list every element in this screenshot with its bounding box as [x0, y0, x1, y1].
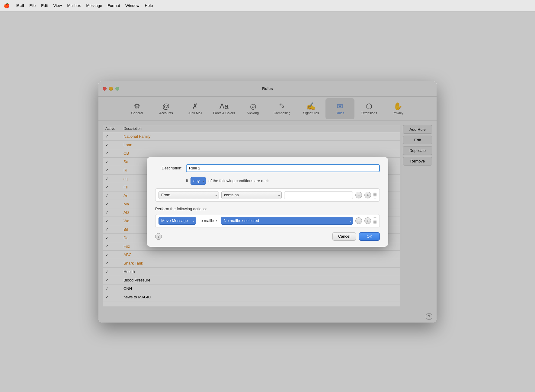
description-label: Description:	[155, 166, 182, 170]
desktop: Rules ⚙ General @ Accounts ✗ Junk Mail A…	[0, 11, 535, 392]
menubar: 🍎 Mail File Edit View Mailbox Message Fo…	[0, 0, 535, 11]
mailbox-select-wrapper: No mailbox selected	[221, 217, 353, 225]
from-select[interactable]: From To Subject Date	[159, 191, 219, 199]
condition-row: From To Subject Date contains does not c…	[155, 188, 380, 202]
ok-button[interactable]: OK	[359, 232, 380, 241]
action-row: Move Message Copy Message Delete Message…	[155, 214, 380, 227]
remove-action-button[interactable]: −	[355, 217, 362, 224]
cancel-button[interactable]: Cancel	[332, 232, 356, 241]
remove-condition-button[interactable]: −	[355, 192, 362, 198]
app-name[interactable]: Mail	[16, 3, 24, 8]
menu-message[interactable]: Message	[86, 3, 102, 8]
from-select-wrapper: From To Subject Date	[159, 191, 219, 199]
modal-help-button[interactable]: ?	[155, 233, 162, 240]
apple-menu[interactable]: 🍎	[4, 3, 10, 8]
contains-select[interactable]: contains does not contain begins with en…	[221, 191, 282, 199]
menu-mailbox[interactable]: Mailbox	[67, 3, 81, 8]
any-condition-wrapper: any all	[191, 177, 206, 185]
mailbox-select[interactable]: No mailbox selected	[221, 217, 353, 225]
any-select[interactable]: any all	[191, 177, 206, 185]
move-message-wrapper: Move Message Copy Message Delete Message…	[159, 217, 196, 225]
condition-suffix-label: of the following conditions are met:	[208, 178, 269, 183]
menu-file[interactable]: File	[29, 3, 36, 8]
add-condition-button[interactable]: +	[364, 192, 371, 198]
condition-value-input[interactable]	[284, 191, 353, 199]
actions-section-label: Perform the following actions:	[155, 207, 380, 211]
add-action-button[interactable]: +	[364, 217, 371, 224]
menu-window[interactable]: Window	[125, 3, 139, 8]
modal-footer: ? Cancel OK	[155, 232, 380, 241]
footer-left: ?	[155, 233, 162, 240]
description-input[interactable]	[186, 164, 380, 172]
footer-right: Cancel OK	[332, 232, 380, 241]
condition-drag-handle[interactable]	[373, 192, 376, 198]
menu-edit[interactable]: Edit	[41, 3, 48, 8]
move-message-select[interactable]: Move Message Copy Message Delete Message…	[159, 217, 196, 225]
description-row: Description:	[155, 164, 380, 172]
menu-help[interactable]: Help	[145, 3, 153, 8]
modal-overlay: Description: If any all of the following…	[98, 81, 437, 323]
action-drag-handle[interactable]	[373, 217, 376, 224]
rule-editor-dialog: Description: If any all of the following…	[147, 157, 388, 247]
menu-format[interactable]: Format	[107, 3, 120, 8]
rules-window: Rules ⚙ General @ Accounts ✗ Junk Mail A…	[98, 81, 437, 323]
contains-select-wrapper: contains does not contain begins with en…	[221, 191, 282, 199]
menu-view[interactable]: View	[53, 3, 62, 8]
to-mailbox-label: to mailbox:	[200, 218, 219, 223]
actions-label: Perform the following actions:	[155, 207, 207, 211]
condition-if-label: If	[186, 178, 188, 183]
